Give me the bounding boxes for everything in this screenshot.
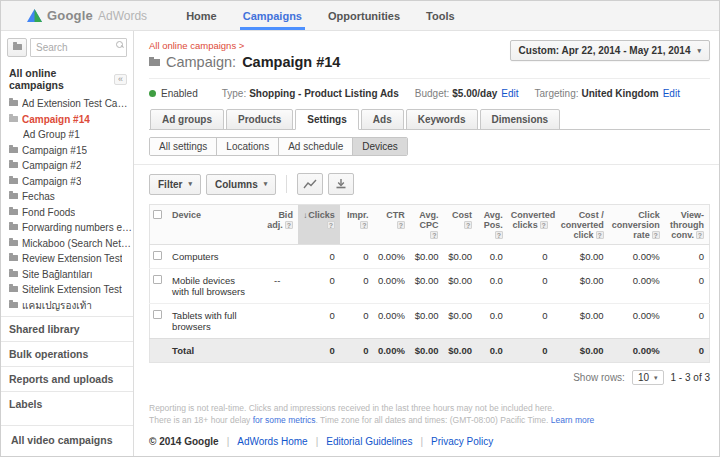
- privacy-policy-link[interactable]: Privacy Policy: [431, 436, 493, 447]
- filter-button-label: Filter: [158, 179, 182, 190]
- sidebar-item-campaign[interactable]: Fond Foods: [9, 205, 133, 221]
- adwords-window: Google AdWords Home Campaigns Opportunit…: [0, 0, 720, 457]
- column-header-avg-pos[interactable]: Avg. Pos.: [477, 205, 508, 245]
- ctr-cell: 0.00%: [373, 339, 409, 363]
- columns-button[interactable]: Columns ▾: [206, 174, 276, 195]
- help-icon[interactable]: [285, 221, 293, 229]
- show-rows-select[interactable]: 10 ▾: [632, 370, 664, 385]
- cost-cell: $0.00: [443, 245, 477, 269]
- help-icon[interactable]: [327, 221, 335, 229]
- tab-ads[interactable]: Ads: [361, 109, 404, 130]
- column-header-cost-per-converted-click[interactable]: Cost / converted click: [553, 205, 609, 245]
- column-header-avg-cpc[interactable]: Avg. CPC: [410, 205, 444, 245]
- converted-clicks-cell: 0: [508, 269, 553, 304]
- column-header-device[interactable]: Device: [169, 205, 259, 245]
- help-icon[interactable]: [696, 231, 704, 239]
- help-icon[interactable]: [397, 221, 405, 229]
- tab-ad-groups[interactable]: Ad groups: [150, 109, 224, 130]
- sidebar-collapse-icon[interactable]: «: [114, 74, 127, 85]
- column-header-clicks[interactable]: ↓Clicks: [298, 205, 340, 245]
- folder-tree-button[interactable]: [7, 38, 27, 57]
- column-header-view-through-conv[interactable]: View-through conv.: [665, 205, 710, 245]
- nav-campaigns[interactable]: Campaigns: [230, 1, 315, 30]
- tab-dimensions[interactable]: Dimensions: [480, 109, 561, 130]
- campaign-label: Ad Extension Test Campaign: [22, 96, 133, 111]
- sidebar-item-campaign[interactable]: Campaign #15: [9, 143, 133, 159]
- settings-subtabs: All settings Locations Ad schedule Devic…: [149, 137, 408, 156]
- tab-settings[interactable]: Settings: [295, 109, 358, 130]
- sidebar-item-campaign[interactable]: แคมเปญรองเท้า: [9, 298, 133, 314]
- download-icon: [335, 178, 347, 190]
- help-icon[interactable]: [652, 231, 660, 239]
- adwords-home-link[interactable]: AdWords Home: [237, 436, 307, 447]
- sidebar-item-campaign[interactable]: Forwarding numbers example: [9, 220, 133, 236]
- select-all-checkbox[interactable]: [153, 210, 162, 219]
- clicks-cell: 0: [298, 269, 340, 304]
- row-checkbox[interactable]: [153, 251, 162, 260]
- column-header-bid-adj[interactable]: Bid adj.: [259, 205, 298, 245]
- subtab-ad-schedule[interactable]: Ad schedule: [279, 138, 353, 155]
- targeting-edit-link[interactable]: Edit: [663, 88, 680, 99]
- download-button[interactable]: [328, 173, 354, 195]
- sidebar-item-labels[interactable]: Labels: [1, 391, 133, 416]
- ctr-cell: 0.00%: [373, 269, 409, 304]
- footer-separator: |: [316, 436, 319, 447]
- help-icon[interactable]: [596, 231, 604, 239]
- learn-more-link[interactable]: Learn more: [551, 415, 594, 425]
- sidebar-item-bulk-operations[interactable]: Bulk operations: [1, 341, 133, 366]
- date-range-selector[interactable]: Custom: Apr 22, 2014 - May 21, 2014 ▾: [510, 40, 710, 61]
- help-icon[interactable]: [495, 231, 503, 239]
- tab-keywords[interactable]: Keywords: [406, 109, 478, 130]
- column-header-impr[interactable]: Impr.: [340, 205, 374, 245]
- sidebar-item-campaign[interactable]: Ad Extension Test Campaign: [9, 96, 133, 112]
- column-header-cost[interactable]: Cost: [443, 205, 477, 245]
- column-header-ctr[interactable]: CTR: [373, 205, 409, 245]
- campaign-label: Campaign #15: [22, 143, 87, 158]
- help-icon[interactable]: [360, 221, 368, 229]
- nav-tools[interactable]: Tools: [413, 1, 468, 30]
- nav-opportunities[interactable]: Opportunities: [315, 1, 413, 30]
- reporting-footnotes: Reporting is not real-time. Clicks and i…: [149, 402, 710, 426]
- nav-home[interactable]: Home: [173, 1, 230, 30]
- subtab-locations[interactable]: Locations: [217, 138, 279, 155]
- sidebar-item-campaign[interactable]: Site Bağlantıları: [9, 267, 133, 283]
- help-icon[interactable]: [464, 221, 472, 229]
- editorial-guidelines-link[interactable]: Editorial Guidelines: [326, 436, 412, 447]
- table-row-computers: Computers 0 0 0.00% $0.00 $0.00 0.0 0 $0…: [150, 245, 710, 269]
- graph-button[interactable]: [297, 173, 323, 195]
- ad-group-label: Ad Group #1: [23, 127, 80, 142]
- help-icon[interactable]: [430, 231, 438, 239]
- total-label: Total: [169, 339, 259, 363]
- sidebar-item-all-video-campaigns[interactable]: All video campaigns: [1, 425, 133, 456]
- column-header-click-conversion-rate[interactable]: Click conversion rate: [609, 205, 665, 245]
- column-header-converted-clicks[interactable]: Converted clicks: [508, 205, 553, 245]
- row-checkbox[interactable]: [153, 310, 162, 319]
- sidebar-item-campaign[interactable]: Review Extension Test: [9, 251, 133, 267]
- sidebar-item-campaign[interactable]: Sitelink Extension Test: [9, 282, 133, 298]
- row-checkbox[interactable]: [153, 275, 162, 284]
- filter-button[interactable]: Filter ▾: [149, 174, 201, 195]
- sidebar-item-campaign-selected[interactable]: Campaign #14: [9, 112, 133, 128]
- sidebar-item-campaign[interactable]: Fechas: [9, 189, 133, 205]
- sidebar-item-campaign[interactable]: Campaign #3: [9, 174, 133, 190]
- sidebar-item-shared-library[interactable]: Shared library: [1, 316, 133, 341]
- footnote-text: There is an 18+ hour delay: [149, 415, 253, 425]
- sidebar-item-campaign[interactable]: Campaign #2: [9, 158, 133, 174]
- tab-products[interactable]: Products: [226, 109, 293, 130]
- search-input[interactable]: [30, 38, 127, 57]
- google-adwords-logo: Google AdWords: [27, 1, 147, 30]
- help-icon[interactable]: [540, 221, 548, 229]
- sidebar-item-campaign[interactable]: Mickaboo (Search Network): [9, 236, 133, 252]
- sidebar-item-reports-and-uploads[interactable]: Reports and uploads: [1, 366, 133, 391]
- subtab-all-settings[interactable]: All settings: [150, 138, 217, 155]
- subtab-devices[interactable]: Devices: [353, 138, 407, 155]
- converted-clicks-cell: 0: [508, 245, 553, 269]
- page-title-label: Campaign:: [166, 54, 236, 70]
- some-metrics-link[interactable]: for some metrics: [253, 415, 316, 425]
- sidebar-item-ad-group[interactable]: Ad Group #1: [9, 127, 133, 143]
- campaign-label: Fond Foods: [22, 205, 75, 220]
- campaign-label: Campaign #14: [22, 112, 90, 127]
- adwords-triangle-icon: [27, 9, 42, 22]
- budget-edit-link[interactable]: Edit: [501, 88, 518, 99]
- column-label: Avg. Pos.: [484, 210, 503, 230]
